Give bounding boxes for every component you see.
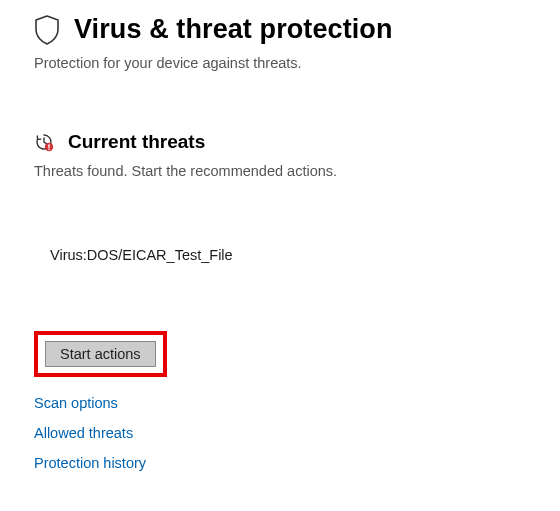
protection-history-link[interactable]: Protection history [34,455,146,471]
shield-icon [34,15,60,45]
svg-rect-2 [48,149,49,150]
links-group: Scan options Allowed threats Protection … [34,395,526,471]
current-threats-section: Current threats Threats found. Start the… [34,131,526,471]
page-subtitle: Protection for your device against threa… [34,55,526,71]
page-title-row: Virus & threat protection [34,14,526,45]
allowed-threats-link[interactable]: Allowed threats [34,425,133,441]
page-title: Virus & threat protection [74,14,393,45]
scan-options-link[interactable]: Scan options [34,395,118,411]
svg-rect-1 [48,144,49,147]
highlight-box: Start actions [34,331,167,377]
history-alert-icon [34,132,54,152]
section-desc: Threats found. Start the recommended act… [34,163,526,179]
actions-row: Start actions [34,331,526,377]
page-root: Virus & threat protection Protection for… [0,0,560,471]
section-header: Current threats [34,131,526,153]
section-title: Current threats [68,131,205,153]
threat-item: Virus:DOS/EICAR_Test_File [50,247,526,263]
start-actions-button[interactable]: Start actions [45,341,156,367]
